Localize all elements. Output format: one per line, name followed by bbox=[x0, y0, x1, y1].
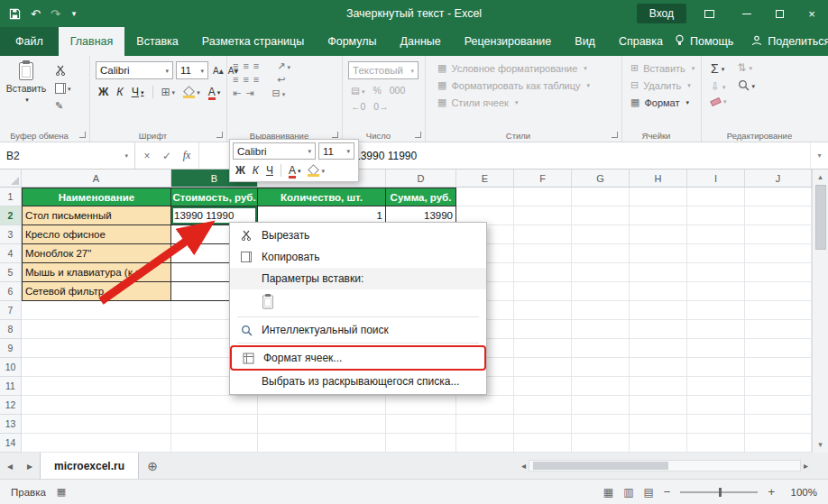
cell-G14[interactable] bbox=[572, 434, 630, 453]
cell-F13[interactable] bbox=[514, 415, 572, 434]
cell-A8[interactable] bbox=[22, 320, 171, 339]
cell-H14[interactable] bbox=[630, 434, 687, 453]
zoom-slider[interactable] bbox=[680, 491, 758, 493]
cell-I14[interactable] bbox=[687, 434, 745, 453]
decrease-decimal-icon[interactable]: 0→ bbox=[373, 101, 388, 112]
conditional-formatting-button[interactable]: ▦Условное форматирование▾ bbox=[435, 60, 618, 77]
font-name-select[interactable]: Calibri▾ bbox=[96, 61, 173, 79]
cell-I10[interactable] bbox=[687, 358, 745, 377]
save-icon[interactable] bbox=[9, 8, 21, 20]
tab-file[interactable]: Файл bbox=[0, 27, 59, 56]
tab-home[interactable]: Главная bbox=[59, 27, 125, 56]
cell-J13[interactable] bbox=[745, 415, 812, 434]
align-top-icon[interactable]: ≡ bbox=[233, 61, 238, 71]
number-dialog-launcher-icon[interactable] bbox=[415, 132, 421, 138]
cell-H12[interactable] bbox=[630, 396, 687, 415]
tab-formulas[interactable]: Формулы bbox=[316, 27, 388, 56]
styles-dialog-launcher-icon[interactable] bbox=[612, 132, 618, 138]
row-header-12[interactable]: 12 bbox=[0, 396, 22, 415]
cell-A12[interactable] bbox=[22, 396, 171, 415]
vertical-scroll-thumb[interactable] bbox=[815, 185, 826, 250]
sheet-nav-right-icon[interactable]: ▸ bbox=[20, 453, 40, 479]
mini-fill-color-icon[interactable]: ▾ bbox=[308, 165, 325, 177]
cell-A4[interactable]: Моноблок 27" bbox=[22, 244, 171, 263]
view-normal-icon[interactable]: ▦ bbox=[603, 487, 613, 498]
font-size-select[interactable]: 11▾ bbox=[176, 61, 208, 79]
mini-underline-button[interactable]: Ч bbox=[266, 164, 273, 177]
cell-J6[interactable] bbox=[745, 282, 812, 301]
accounting-format-icon[interactable]: ▤▾ bbox=[351, 85, 364, 96]
minimize-button[interactable] bbox=[731, 0, 763, 27]
cell-H10[interactable] bbox=[630, 358, 687, 377]
cell-C14[interactable] bbox=[258, 434, 386, 453]
cell-B14[interactable] bbox=[171, 434, 258, 453]
cell-I6[interactable] bbox=[687, 282, 745, 301]
cell-G10[interactable] bbox=[572, 358, 630, 377]
ribbon-display-options-icon[interactable] bbox=[704, 10, 714, 18]
cell-J9[interactable] bbox=[745, 339, 812, 358]
row-header-11[interactable]: 11 bbox=[0, 377, 22, 396]
row-header-14[interactable]: 14 bbox=[0, 434, 22, 453]
cell-E14[interactable] bbox=[456, 434, 514, 453]
cell-styles-button[interactable]: ▦Стили ячеек▾ bbox=[435, 94, 618, 111]
cell-G1[interactable] bbox=[572, 188, 630, 206]
tell-me-item[interactable]: Помощь bbox=[675, 34, 733, 50]
cell-I4[interactable] bbox=[687, 244, 745, 263]
column-header-A[interactable]: A bbox=[22, 170, 171, 188]
cell-F7[interactable] bbox=[514, 301, 572, 320]
row-header-6[interactable]: 6 bbox=[0, 282, 22, 301]
row-header-13[interactable]: 13 bbox=[0, 415, 22, 434]
cell-G8[interactable] bbox=[572, 320, 630, 339]
cell-C1[interactable]: Количество, шт. bbox=[258, 188, 386, 206]
row-header-4[interactable]: 4 bbox=[0, 244, 22, 263]
align-center-icon[interactable]: ≡ bbox=[243, 75, 248, 85]
fill-button[interactable]: ⇩▾ bbox=[711, 81, 727, 92]
sheet-tab[interactable]: microexcel.ru bbox=[40, 453, 139, 479]
cell-A10[interactable] bbox=[22, 358, 171, 377]
cell-J10[interactable] bbox=[745, 358, 812, 377]
cell-H11[interactable] bbox=[630, 377, 687, 396]
tab-review[interactable]: Рецензирование bbox=[453, 27, 564, 56]
percent-style-icon[interactable]: % bbox=[373, 85, 381, 96]
autosum-button[interactable]: Σ▾ bbox=[711, 62, 727, 75]
sort-filter-button[interactable]: ⇅▾ bbox=[738, 62, 756, 73]
paste-dropdown-icon[interactable]: ▾ bbox=[25, 96, 29, 103]
italic-button[interactable]: К bbox=[116, 86, 123, 98]
column-header-E[interactable]: E bbox=[456, 170, 514, 188]
cell-F10[interactable] bbox=[514, 358, 572, 377]
sheet-nav-left-icon[interactable]: ◂ bbox=[0, 453, 20, 479]
cell-H2[interactable] bbox=[630, 206, 687, 225]
cell-I8[interactable] bbox=[687, 320, 745, 339]
cell-G9[interactable] bbox=[572, 339, 630, 358]
zoom-level[interactable]: 100% bbox=[785, 487, 817, 498]
cell-F1[interactable] bbox=[514, 188, 572, 206]
cell-H7[interactable] bbox=[630, 301, 687, 320]
cell-H8[interactable] bbox=[630, 320, 687, 339]
cell-G11[interactable] bbox=[572, 377, 630, 396]
mini-italic-button[interactable]: К bbox=[253, 164, 259, 177]
row-header-10[interactable]: 10 bbox=[0, 358, 22, 377]
cell-J8[interactable] bbox=[745, 320, 812, 339]
cell-J12[interactable] bbox=[745, 396, 812, 415]
cell-G3[interactable] bbox=[572, 225, 630, 244]
cell-F5[interactable] bbox=[514, 263, 572, 282]
cell-H13[interactable] bbox=[630, 415, 687, 434]
format-as-table-button[interactable]: ▦Форматировать как таблицу▾ bbox=[435, 77, 618, 94]
cell-A7[interactable] bbox=[22, 301, 171, 320]
paste-option-keep-formatting[interactable] bbox=[230, 289, 486, 315]
bold-button[interactable]: Ж bbox=[98, 86, 108, 98]
cell-A3[interactable]: Кресло офисное bbox=[22, 225, 171, 244]
cell-I2[interactable] bbox=[687, 206, 745, 225]
mini-font-name-select[interactable]: Calibri▾ bbox=[233, 142, 316, 160]
share-item[interactable]: Поделиться bbox=[751, 35, 828, 49]
font-color-icon[interactable]: А▾ bbox=[208, 86, 221, 98]
menu-item-pick-from-list[interactable]: Выбрать из раскрывающегося списка... bbox=[230, 371, 486, 392]
column-header-F[interactable]: F bbox=[514, 170, 572, 188]
cell-A13[interactable] bbox=[22, 415, 171, 434]
cell-H4[interactable] bbox=[630, 244, 687, 263]
row-header-9[interactable]: 9 bbox=[0, 339, 22, 358]
cell-H1[interactable] bbox=[630, 188, 687, 206]
cell-H9[interactable] bbox=[630, 339, 687, 358]
copy-icon[interactable]: ▾ bbox=[55, 83, 71, 94]
zoom-in-icon[interactable]: + bbox=[768, 486, 775, 498]
